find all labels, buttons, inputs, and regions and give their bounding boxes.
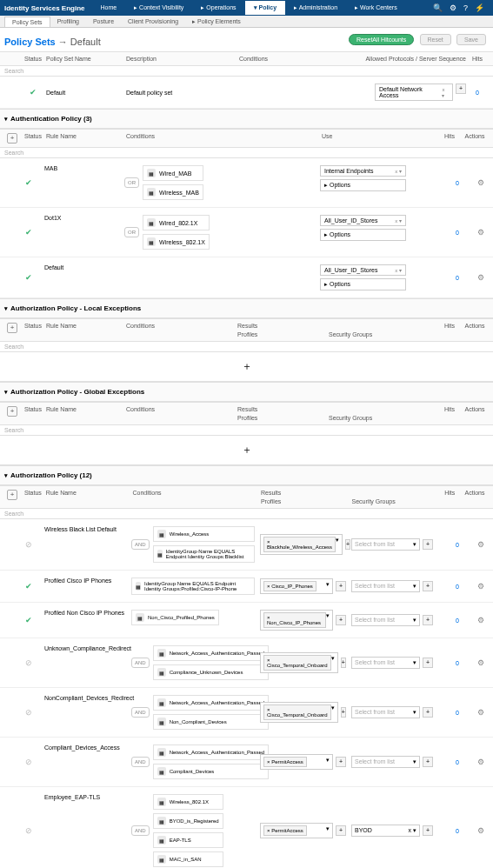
- profile-select[interactable]: × Non_Cisco_IP_Phones▾: [260, 610, 333, 631]
- subnav-clientprov[interactable]: Client Provisioning: [121, 17, 185, 26]
- add-profile-button[interactable]: +: [341, 707, 346, 718]
- add-secgroup-button[interactable]: +: [423, 707, 433, 718]
- search-icon[interactable]: 🔍: [433, 3, 443, 12]
- reset-button[interactable]: Reset: [420, 34, 451, 45]
- hits-link[interactable]: 0: [456, 660, 459, 666]
- search-input[interactable]: Search: [0, 425, 493, 436]
- profile-select[interactable]: × PermitAccess▾: [260, 754, 333, 770]
- nav-policy[interactable]: ▾ Policy: [245, 1, 286, 15]
- alert-icon[interactable]: ⚡: [475, 3, 484, 12]
- add-profile-button[interactable]: +: [336, 825, 346, 836]
- condition-item[interactable]: ▦Non_Compliant_Devices: [153, 714, 269, 730]
- condition-item[interactable]: ▦Wired_802.1X: [143, 215, 210, 230]
- hits-link[interactable]: 0: [456, 710, 459, 716]
- search-input[interactable]: Search: [0, 342, 493, 352]
- profile-select[interactable]: × Blackhole_Wireless_Access▾: [260, 534, 343, 555]
- add-rule-button[interactable]: +: [7, 490, 17, 500]
- allowed-protocols-select[interactable]: Default Network Accessx ▾: [375, 83, 453, 101]
- condition-item[interactable]: ▦Wireless_802.1X: [153, 794, 223, 810]
- condition-item[interactable]: ▦Wired_MAB: [143, 165, 203, 181]
- nav-operations[interactable]: ▸ Operations: [192, 1, 244, 15]
- profile-select[interactable]: × Cisco_Temporal_Onboard▾: [260, 652, 338, 673]
- condition-item[interactable]: ▦Network_Access_Authentication_Passed: [153, 744, 269, 760]
- security-group-select[interactable]: Select from list▾: [351, 580, 420, 592]
- save-button[interactable]: Save: [456, 34, 486, 45]
- subnav-policysets[interactable]: Policy Sets: [4, 17, 50, 27]
- gear-icon[interactable]: ⚙: [477, 616, 484, 624]
- search-input[interactable]: Search: [0, 148, 493, 158]
- reset-hitcounts-button[interactable]: ResetAll Hitcounts: [349, 34, 414, 45]
- subnav-posture[interactable]: Posture: [86, 17, 121, 26]
- gear-icon[interactable]: ⚙: [450, 3, 456, 12]
- security-group-select[interactable]: Select from list▾: [351, 657, 420, 669]
- gear-icon[interactable]: ⚙: [477, 826, 484, 835]
- condition-item[interactable]: ▦Non_Cisco_Profiled_Phones: [131, 610, 219, 625]
- condition-item[interactable]: ▦EAP-TLS: [153, 832, 223, 848]
- search-input[interactable]: Search: [0, 509, 493, 519]
- gear-icon[interactable]: ⚙: [477, 178, 484, 187]
- hits-link[interactable]: 0: [456, 275, 459, 281]
- gear-icon[interactable]: ⚙: [477, 540, 484, 549]
- security-group-select[interactable]: Select from list▾: [351, 614, 420, 626]
- condition-item[interactable]: ▦Wireless_MAB: [143, 184, 203, 200]
- nav-workcenters[interactable]: ▸ Work Centers: [346, 1, 406, 15]
- hits-link[interactable]: 0: [456, 230, 459, 236]
- gear-icon[interactable]: ⚙: [477, 582, 484, 591]
- hits-link[interactable]: 0: [456, 180, 459, 186]
- condition-item[interactable]: ▦BYOD_is_Registered: [153, 813, 223, 829]
- help-icon[interactable]: ?: [463, 3, 468, 12]
- profile-select[interactable]: × Cisco_IP_Phones▾: [260, 578, 333, 594]
- options-button[interactable]: ▸ Options: [320, 278, 406, 290]
- section-auth-policy[interactable]: ▾Authentication Policy (3): [0, 109, 493, 129]
- add-rule-button[interactable]: +: [7, 133, 17, 144]
- add-secgroup-button[interactable]: +: [423, 825, 433, 836]
- condition-item[interactable]: ▦Network_Access_Authentication_Passed: [153, 695, 269, 711]
- profile-select[interactable]: × Cisco_Temporal_Onboard▾: [260, 702, 338, 723]
- section-local-ex[interactable]: ▾Authorization Policy - Local Exceptions: [0, 298, 493, 318]
- nav-context[interactable]: ▸ Context Visibility: [125, 1, 192, 15]
- add-secgroup-button[interactable]: +: [423, 757, 433, 767]
- hits-link[interactable]: 0: [456, 618, 459, 624]
- condition-item[interactable]: ▦Compliant_Devices: [153, 764, 269, 779]
- hits-link[interactable]: 0: [456, 759, 459, 765]
- gear-icon[interactable]: ⚙: [477, 758, 484, 766]
- add-profile-button[interactable]: +: [336, 615, 346, 625]
- hits-link[interactable]: 0: [456, 542, 459, 548]
- condition-item[interactable]: ▦Network_Access_Authentication_Passed: [153, 645, 269, 661]
- section-global-ex[interactable]: ▾Authorization Policy - Global Exception…: [0, 382, 493, 402]
- gear-icon[interactable]: ⚙: [477, 273, 484, 282]
- condition-item[interactable]: ▦Compliance_Unknown_Devices: [153, 664, 269, 680]
- options-button[interactable]: ▸ Options: [320, 179, 406, 191]
- add-profile-button[interactable]: +: [336, 581, 346, 591]
- add-secgroup-button[interactable]: +: [423, 539, 433, 550]
- search-input[interactable]: Search: [0, 66, 493, 77]
- security-group-select[interactable]: Select from list▾: [351, 538, 420, 551]
- add-secgroup-button[interactable]: +: [423, 581, 433, 591]
- add-rule-button[interactable]: +: [7, 323, 17, 333]
- nav-admin[interactable]: ▸ Administration: [285, 1, 346, 15]
- add-secgroup-button[interactable]: +: [423, 658, 433, 668]
- hits-link[interactable]: 0: [466, 90, 489, 96]
- nav-home[interactable]: Home: [91, 1, 125, 15]
- gear-icon[interactable]: ⚙: [477, 658, 484, 667]
- gear-icon[interactable]: ⚙: [477, 708, 484, 717]
- security-group-select[interactable]: Select from list▾: [351, 706, 420, 718]
- add-profile-button[interactable]: +: [336, 757, 346, 767]
- subnav-profiling[interactable]: Profiling: [50, 17, 86, 26]
- profile-select[interactable]: × PermitAccess▾: [260, 823, 333, 838]
- use-select[interactable]: All_User_ID_Storesx ▾: [320, 215, 406, 226]
- condition-item[interactable]: ▦IdentityGroup·Name EQUALS Endpoint Iden…: [131, 578, 255, 595]
- condition-item[interactable]: ▦IdentityGroup·Name EQUALS Endpoint Iden…: [153, 545, 255, 563]
- condition-item[interactable]: ▦Wireless_802.1X: [143, 234, 210, 250]
- add-rule-button[interactable]: +: [7, 406, 17, 417]
- security-group-select[interactable]: BYODx ▾: [351, 825, 420, 837]
- add-allowed-button[interactable]: +: [456, 83, 466, 94]
- use-select[interactable]: Internal Endpointsx ▾: [320, 165, 406, 177]
- subnav-policyelements[interactable]: ▸ Policy Elements: [185, 17, 248, 27]
- use-select[interactable]: All_User_ID_Storesx ▾: [320, 264, 406, 276]
- condition-item[interactable]: ▦Wireless_Access: [153, 526, 255, 542]
- add-exception-button[interactable]: ＋: [0, 436, 493, 465]
- options-button[interactable]: ▸ Options: [320, 229, 406, 241]
- hits-link[interactable]: 0: [456, 828, 459, 834]
- add-profile-button[interactable]: +: [341, 658, 346, 668]
